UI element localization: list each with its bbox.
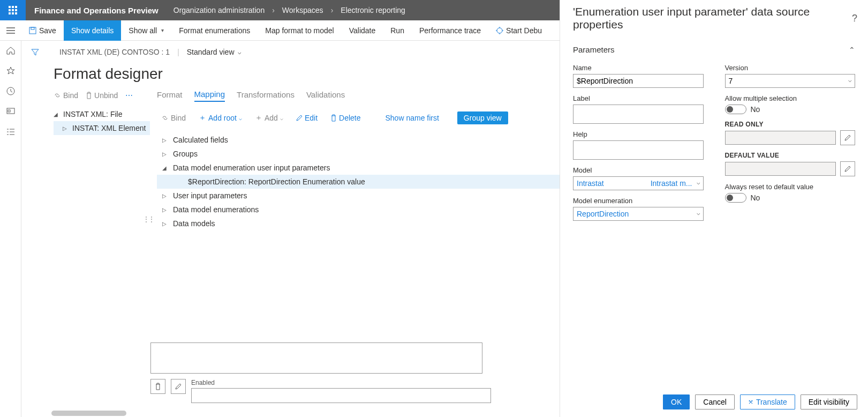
nav-recent[interactable]: [5, 86, 16, 96]
cancel-button[interactable]: Cancel: [695, 394, 735, 409]
name-input[interactable]: [573, 74, 704, 88]
app-title: Finance and Operations Preview: [26, 6, 173, 15]
enabled-input[interactable]: [191, 388, 491, 403]
delete-expression-button[interactable]: [150, 379, 165, 394]
chevron-right-icon: ›: [272, 6, 275, 14]
property-panel: 'Enumeration user input parameter' data …: [560, 0, 868, 417]
add-button[interactable]: ＋ Add ⌵: [251, 110, 288, 125]
model-enum-select[interactable]: ReportDirection ⌵: [573, 207, 704, 221]
link-icon: [54, 92, 61, 99]
svg-rect-5: [8, 110, 10, 112]
tree-item-label: INSTAT: XML Element: [72, 124, 146, 132]
show-name-first-button[interactable]: Show name first: [381, 110, 443, 125]
bind-button[interactable]: Bind: [54, 91, 78, 100]
caret-icon: ▷: [63, 125, 68, 131]
drag-handle[interactable]: ⋮⋮: [143, 215, 154, 223]
edit-button[interactable]: Edit: [292, 110, 322, 125]
default-input[interactable]: [725, 162, 836, 176]
performance-trace-label: Performance trace: [419, 26, 481, 35]
pencil-icon: [844, 135, 851, 141]
model-label: Model: [573, 166, 704, 174]
debug-icon: [496, 27, 503, 34]
version-select[interactable]: ⌵: [725, 74, 856, 88]
performance-trace-button[interactable]: Performance trace: [412, 20, 488, 41]
label-input[interactable]: [573, 105, 704, 124]
help-label: Help: [573, 130, 704, 138]
translate-icon: ⤧: [748, 398, 753, 406]
validate-label: Validate: [349, 26, 376, 35]
model-module: Intrastat m...: [651, 179, 692, 188]
readonly-label: READ ONLY: [725, 121, 856, 128]
trash-icon: [86, 92, 92, 99]
breadcrumb-item[interactable]: Organization administration: [173, 6, 265, 14]
expression-textarea[interactable]: [150, 342, 482, 374]
start-debug-button[interactable]: Start Debu: [488, 20, 549, 41]
nav-home[interactable]: [5, 45, 16, 56]
tab-validations[interactable]: Validations: [306, 90, 345, 101]
caret-icon: ▷: [162, 193, 168, 199]
view-selector[interactable]: Standard view ⌵: [187, 48, 241, 56]
tree-item-label: Data model enumerations: [173, 205, 259, 214]
show-all-button[interactable]: Show all ▾: [121, 20, 171, 41]
format-tree-pane: Bind Unbind ⋯ ◢ INSTAT XML: File: [21, 87, 150, 406]
model-enum-value: ReportDirection: [577, 210, 629, 218]
ok-button[interactable]: OK: [663, 394, 690, 409]
more-button[interactable]: ⋯: [125, 91, 133, 100]
delete-button[interactable]: Delete: [326, 110, 365, 125]
name-label: Name: [573, 64, 704, 72]
nav-favorites[interactable]: [5, 65, 16, 76]
chevron-right-icon: ›: [331, 6, 334, 14]
filter-icon[interactable]: [31, 48, 39, 56]
scrollbar-horizontal[interactable]: [51, 411, 126, 416]
nav-modules[interactable]: [5, 126, 16, 137]
tree-item-child[interactable]: ▷ INSTAT: XML Element: [54, 121, 150, 135]
tree-item-label: Calculated fields: [173, 136, 228, 144]
tree-item-label: User input parameters: [173, 191, 247, 200]
version-input[interactable]: [725, 74, 856, 88]
translate-button[interactable]: ⤧ Translate: [740, 394, 795, 409]
allow-multi-toggle[interactable]: [725, 105, 746, 114]
validate-button[interactable]: Validate: [342, 20, 383, 41]
panel-title: 'Enumeration user input parameter' data …: [573, 5, 852, 31]
group-view-button[interactable]: Group view: [457, 111, 508, 124]
format-enumerations-button[interactable]: Format enumerations: [171, 20, 258, 41]
section-label: Parameters: [573, 45, 615, 54]
pencil-icon: [844, 166, 851, 172]
menu-toggle[interactable]: [0, 27, 21, 34]
chevron-down-icon: ⌵: [280, 115, 283, 121]
breadcrumb-item[interactable]: Electronic reporting: [341, 6, 405, 14]
app-launcher[interactable]: [0, 0, 26, 20]
panel-footer: OK Cancel ⤧ Translate Edit visibility: [560, 389, 868, 417]
tab-transformations[interactable]: Transformations: [237, 90, 295, 101]
caret-icon: ◢: [162, 165, 168, 171]
show-details-button[interactable]: Show details: [64, 20, 121, 41]
tab-mapping[interactable]: Mapping: [194, 90, 225, 102]
tab-format[interactable]: Format: [157, 90, 183, 101]
readonly-edit-button[interactable]: [840, 130, 855, 145]
edit-expression-button[interactable]: [171, 379, 186, 394]
save-button[interactable]: Save: [21, 20, 64, 41]
chevron-up-icon: ⌃: [849, 46, 855, 54]
map-format-button[interactable]: Map format to model: [258, 20, 341, 41]
add-root-button[interactable]: ＋ Add root ⌵: [194, 110, 246, 125]
unbind-button[interactable]: Unbind: [86, 91, 118, 100]
readonly-input[interactable]: [725, 131, 836, 145]
model-select[interactable]: Intrastat Intrastat m... ⌵: [573, 176, 704, 190]
map-bind-button[interactable]: Bind: [157, 110, 190, 125]
always-reset-label: Always reset to default value: [725, 183, 856, 191]
help-icon[interactable]: ?: [852, 13, 857, 24]
default-edit-button[interactable]: [840, 161, 855, 176]
tree-item-root[interactable]: ◢ INSTAT XML: File: [54, 107, 150, 121]
allow-multi-label: Allow multiple selection: [725, 94, 856, 102]
nav-workspaces[interactable]: [5, 106, 16, 117]
section-header-parameters[interactable]: Parameters ⌃: [560, 36, 868, 58]
svg-point-2: [497, 28, 502, 33]
always-reset-toggle[interactable]: [725, 193, 746, 203]
help-input[interactable]: [573, 140, 704, 160]
tree-item-label: Data models: [173, 219, 215, 228]
trash-icon: [330, 114, 337, 122]
model-value: Intrastat: [577, 179, 604, 188]
run-button[interactable]: Run: [383, 20, 412, 41]
edit-visibility-button[interactable]: Edit visibility: [801, 394, 857, 409]
breadcrumb-item[interactable]: Workspaces: [282, 6, 323, 14]
